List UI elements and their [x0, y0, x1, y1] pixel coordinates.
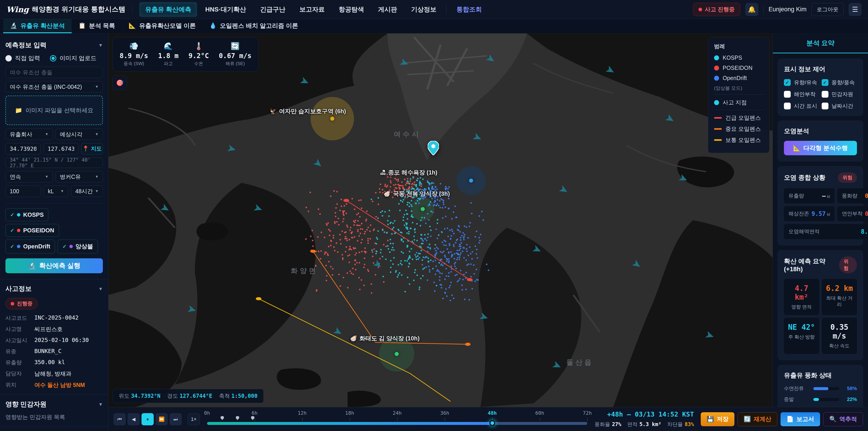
longitude-input[interactable] — [43, 143, 79, 154]
display-checkbox-5[interactable]: 날짜시간 — [822, 102, 857, 110]
collapse-chevron-icon[interactable]: ▼ — [98, 286, 103, 291]
unit-select[interactable]: kL ▼ — [43, 186, 68, 197]
incident-select[interactable]: 여수 유조선 충돌 (INC-0042) ▼ — [5, 81, 103, 92]
divider — [0, 427, 108, 427]
display-control-card: 표시 정보 제어 ✓유향/유속✓풍향/풍속해안부착민감자원시간 표시날짜시간 — [778, 59, 863, 116]
collapse-chevron-icon[interactable]: ▼ — [98, 402, 103, 407]
duration-select[interactable]: 48시간 ▼ — [71, 186, 103, 197]
pick-on-map-button[interactable]: 📍 지도 — [81, 143, 103, 154]
bar-track — [813, 387, 839, 390]
skip-start-button[interactable]: ⏮ — [114, 413, 126, 425]
model-label: KOSPS — [23, 211, 43, 218]
forecast-stat: 4.7 km²영향 면적 — [784, 279, 819, 315]
display-checkbox-2[interactable]: 해안부착 — [784, 91, 819, 98]
info-label: 사고일시 — [5, 337, 34, 344]
run-forecast-button[interactable]: 🔬 확산예측 실행 — [5, 258, 103, 273]
model-chip-KOSPS[interactable]: ✓KOSPS — [5, 208, 49, 221]
checkbox-box: ✓ — [822, 79, 829, 86]
display-checkbox-3[interactable]: 민감자원 — [822, 91, 857, 98]
speed-button[interactable]: 1× — [188, 413, 200, 425]
tab-1[interactable]: 📋분석 목록 — [72, 19, 122, 33]
action-label: 역추적 — [839, 415, 857, 423]
recenter-button[interactable]: 🎯 — [113, 75, 127, 90]
tab-3[interactable]: 💧오일펜스 배치 알고리즘 이론 — [203, 19, 305, 33]
latitude-input[interactable] — [5, 143, 41, 154]
stat-label: 유출량 — [788, 192, 804, 199]
timeline-bar: ⏮◀⏸⏩⏭ 1× 0h6h12h18h24h36h48h60h72h +48h … — [108, 407, 868, 431]
input-section-title: 예측정보 입력 — [5, 41, 46, 50]
coordinate-bar: 위도 34.7392°N경도 127.6744°E축척 1:50,000 — [113, 389, 264, 403]
user-name: Eunjeong Kim — [769, 6, 807, 13]
nav-item-5[interactable]: 게시판 — [372, 2, 403, 17]
nav-item-7[interactable]: 통합조회 — [451, 2, 488, 17]
input-mode-radio-0[interactable]: 직접 입력 — [5, 54, 40, 62]
skip-end-button[interactable]: ⏭ — [169, 413, 182, 425]
stat-value: 4.7 km² — [786, 284, 817, 302]
timeline-playhead[interactable] — [489, 420, 495, 426]
weather-item-0: 💨8.9 m/s풍속 (SW) — [120, 42, 148, 67]
step-back-button[interactable]: ◀ — [127, 413, 140, 425]
timeline-slider[interactable]: 0h6h12h18h24h36h48h60h72h — [207, 408, 587, 430]
image-upload-dropzone[interactable]: 📁 이미지 파일을 선택하세요 — [5, 96, 103, 125]
fast-forward-button[interactable]: ⏩ — [156, 413, 168, 425]
target-icon: 🎯 — [116, 79, 124, 87]
incident-name-input[interactable] — [5, 67, 103, 78]
weather-overlay: 💨8.9 m/s풍속 (SW)🌊1.8 m파고🌡️9.2°C수온🔄0.67 m/… — [113, 37, 258, 71]
nav-item-1[interactable]: HNS·대기확산 — [199, 2, 252, 17]
bar-percent: 22% — [843, 396, 857, 402]
display-checkbox-4[interactable]: 시간 표시 — [784, 102, 819, 110]
pause-button[interactable]: ⏸ — [142, 413, 154, 425]
info-value: 남해청, 방재과 — [34, 370, 71, 377]
nav-item-3[interactable]: 보고자료 — [293, 2, 331, 17]
weather-item-1: 🌊1.8 m파고 — [158, 42, 178, 67]
tab-0[interactable]: 🔬유출유 확산분석 — [3, 19, 72, 33]
analysis-panel[interactable]: 분석 요약 표시 정보 제어 ✓유향/유속✓풍향/풍속해안부착민감자원시간 표시… — [773, 33, 868, 407]
checkbox-box: ✓ — [784, 79, 791, 86]
expected-time-select[interactable]: 예상시각 ▼ — [56, 129, 103, 140]
weather-label: 수온 — [188, 61, 209, 67]
model-chip-POSEIDON[interactable]: ✓POSEIDON — [5, 224, 59, 237]
bar-label: 수면잔류 — [784, 385, 810, 392]
amount-input[interactable] — [5, 186, 41, 197]
보고서-button[interactable]: 📄보고서 — [780, 412, 820, 426]
nav-item-4[interactable]: 항공탐색 — [333, 2, 370, 17]
input-mode-radio-1[interactable]: 이미지 업로드 — [50, 54, 96, 62]
model-chip-OpenDrift[interactable]: ✓OpenDrift — [5, 240, 55, 253]
역추적-button[interactable]: 🔍역추적 — [823, 412, 863, 426]
dms-readout: 34° 44' 21.15" N / 127° 40' 27.70" E — [5, 157, 103, 168]
action-label: 저장 — [717, 415, 728, 423]
menu-button[interactable]: ☰ — [848, 3, 862, 16]
spill-type-select[interactable]: 연속 ▼ — [5, 171, 53, 182]
tab-2[interactable]: 📐유출유확산모델 이론 — [122, 19, 203, 33]
nav-item-2[interactable]: 긴급구난 — [254, 2, 291, 17]
collapse-chevron-icon[interactable]: ▼ — [98, 43, 103, 48]
logout-button[interactable]: 로그아웃 — [811, 3, 844, 16]
model-label: OpenDrift — [23, 243, 50, 250]
display-checkbox-0[interactable]: ✓유향/유속 — [784, 79, 819, 86]
company-select[interactable]: 유출회사 ▼ — [5, 129, 53, 140]
info-label: 사고코드 — [5, 314, 34, 321]
poi-icon: 🏖 — [380, 169, 386, 176]
left-sidebar[interactable]: 예측정보 입력 ▼ 직접 입력이미지 업로드 여수 유조선 충돌 (INC-00… — [0, 33, 108, 431]
notifications-button[interactable]: 🔔 — [745, 3, 758, 16]
legend-label: 보통 오일펜스 — [725, 136, 761, 144]
analysis-panel-title: 분석 요약 — [773, 33, 868, 53]
weather-value: 1.8 m — [158, 52, 178, 60]
model-chip-앙상블[interactable]: ✓앙상블 — [58, 240, 98, 253]
저장-button[interactable]: 💾저장 — [701, 412, 734, 426]
weather-item-2: 🌡️9.2°C수온 — [188, 42, 209, 67]
nav-item-0[interactable]: 유출유 확산예측 — [139, 2, 197, 17]
incident-active-badge: 사고 진행중 — [693, 3, 740, 16]
accident-location-pin[interactable] — [428, 141, 439, 155]
oil-type-select[interactable]: 벙커C유 ▼ — [56, 171, 103, 182]
stat-value-wrap: —kl — [822, 192, 830, 199]
map-canvas[interactable]: 여수시화양면돌산읍 🦅여자만 습지보호구역 (6h)🏖종포 해수욕장 (1h)🦪… — [108, 33, 773, 407]
display-checkbox-1[interactable]: ✓풍향/풍속 — [822, 79, 857, 86]
tick-mark — [397, 418, 398, 421]
재계산-button[interactable]: 🔄재계산 — [738, 412, 777, 426]
bar-label: 증발 — [784, 396, 810, 403]
timeline-stat: 면적5.3 km² — [627, 421, 661, 428]
incident-info-list: 사고코드INC-2025-0042사고명씨프린스호사고일시2025-02-10 … — [5, 314, 103, 389]
nav-item-6[interactable]: 기상정보 — [405, 2, 442, 17]
polygon-analysis-button[interactable]: 📐 다각형 분석수행 — [784, 141, 857, 155]
